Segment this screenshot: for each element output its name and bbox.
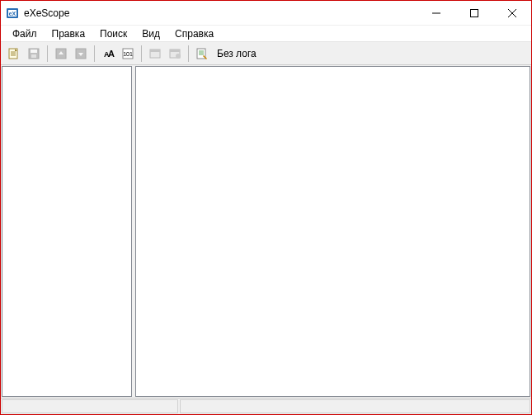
save-button [24,44,44,64]
open-file-icon [7,47,21,60]
svg-point-27 [176,54,181,59]
import-icon [54,47,68,60]
toolbar: AA 101 Без лога [1,42,531,65]
dialog-test-button [165,44,185,64]
exescope-icon: eX [6,7,19,20]
toolbar-separator [141,45,142,62]
log-status-label: Без лога [212,48,261,59]
svg-text:eX: eX [9,11,16,17]
open-file-button[interactable] [4,44,24,64]
menubar: Файл Правка Поиск Вид Справка [1,26,531,42]
dialog-icon [148,47,162,60]
dialog-edit-button [145,44,165,64]
log-icon [195,47,209,60]
import-button [51,44,71,64]
statusbar [1,398,531,414]
menu-file[interactable]: Файл [6,26,44,41]
svg-rect-14 [31,54,36,58]
svg-rect-4 [471,9,478,17]
export-button [71,44,91,64]
titlebar[interactable]: eX eXeScope [1,1,531,26]
binary-icon: 101 [121,47,134,60]
menu-help[interactable]: Справка [168,26,220,41]
content-area [1,65,531,398]
status-cell-right [180,399,530,413]
maximize-button[interactable] [455,1,493,25]
menu-search[interactable]: Поиск [93,26,134,41]
status-cell-left [2,399,178,413]
export-icon [74,47,87,60]
resource-tree-panel[interactable] [2,66,132,397]
menu-edit[interactable]: Правка [45,26,92,41]
minimize-button[interactable] [417,1,455,25]
log-button[interactable] [192,44,212,64]
svg-rect-24 [150,50,160,52]
menu-view[interactable]: Вид [135,26,167,41]
dialog-test-icon [168,47,181,60]
svg-text:A: A [108,49,115,59]
toolbar-separator [94,45,95,62]
app-window: eX eXeScope Файл Правка Поиск Вид Справк… [0,0,532,415]
window-title: eXeScope [24,7,417,19]
font-button[interactable]: AA [98,44,118,64]
detail-panel[interactable] [135,66,530,397]
save-icon [27,47,40,60]
window-controls [417,1,531,25]
toolbar-separator [188,45,189,62]
font-icon: AA [101,47,115,60]
svg-text:101: 101 [123,51,133,57]
close-button[interactable] [493,1,531,25]
binary-button[interactable]: 101 [118,44,138,64]
svg-rect-13 [31,50,37,53]
toolbar-separator [47,45,48,62]
svg-rect-26 [170,50,180,52]
